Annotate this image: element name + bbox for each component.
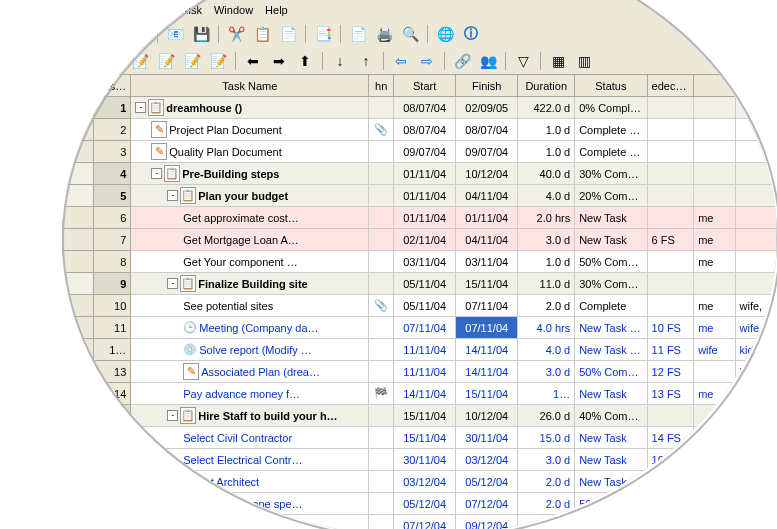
start-cell[interactable]: 07/11/04 [394, 317, 456, 339]
table-row[interactable]: Select Landscape spe…05/12/0407/12/042.0… [63, 493, 777, 515]
taskname-cell[interactable]: Select Architect [131, 471, 369, 493]
status-cell[interactable]: New Task [575, 207, 647, 229]
status-cell[interactable]: 50% Com… [575, 493, 647, 515]
pred-cell[interactable]: 10 FS [647, 317, 694, 339]
res1-cell[interactable] [694, 185, 735, 207]
duration-cell[interactable]: 2.0 d [518, 295, 575, 317]
res1-cell[interactable] [694, 449, 735, 471]
start-cell[interactable]: 08/07/04 [394, 97, 456, 119]
table-row[interactable]: 18Select Architect03/12/0405/12/042.0 dN… [63, 471, 777, 493]
table-row[interactable]: ●1-📋dreamhouse ()08/07/0402/09/05422.0 d… [63, 97, 777, 119]
tb-cols2-icon[interactable]: ▥ [573, 50, 595, 72]
start-cell[interactable]: 08/07/04 [394, 119, 456, 141]
table-row[interactable]: 3✎Quality Plan Document09/07/0409/07/041… [63, 141, 777, 163]
finish-cell[interactable]: 05/12/04 [456, 471, 518, 493]
res1-cell[interactable]: me [694, 383, 735, 405]
status-cell[interactable]: New Task [575, 383, 647, 405]
col-res1[interactable] [694, 75, 735, 97]
res1-cell[interactable] [694, 361, 735, 383]
start-cell[interactable]: 30/11/04 [394, 449, 456, 471]
res1-cell[interactable]: wife [694, 339, 735, 361]
duration-cell[interactable]: 1.0 d [518, 251, 575, 273]
duration-cell[interactable]: 11.0 d [518, 273, 575, 295]
start-cell[interactable]: 05/12/04 [394, 493, 456, 515]
pred-cell[interactable]: 6 FS [647, 229, 694, 251]
res2-cell[interactable] [735, 185, 776, 207]
tb-task4-icon[interactable]: 📝 [207, 50, 229, 72]
res1-cell[interactable]: me [694, 207, 735, 229]
res2-cell[interactable] [735, 515, 776, 530]
tb-back-icon[interactable]: ⇦ [390, 50, 412, 72]
menu-options[interactable]: Options [68, 2, 118, 18]
expand-icon[interactable]: - [135, 102, 146, 113]
duration-cell[interactable]: 1… [518, 383, 575, 405]
table-row[interactable]: 10See potential sites📎05/11/0407/11/042.… [63, 295, 777, 317]
col-pred[interactable]: edecesso [647, 75, 694, 97]
duration-cell[interactable]: 4.0 d [518, 185, 575, 207]
pred-cell[interactable] [647, 493, 694, 515]
taskname-cell[interactable]: Get Your component … [131, 251, 369, 273]
col-taskname[interactable]: Task Name [131, 75, 369, 97]
status-cell[interactable]: 40% Com… [575, 405, 647, 427]
table-row[interactable]: 16Select Civil Contractor15/11/0430/11/0… [63, 427, 777, 449]
finish-cell[interactable]: 10/12/04 [456, 163, 518, 185]
tb-down-arrow-icon[interactable]: ↓ [329, 50, 351, 72]
res2-cell[interactable] [735, 273, 776, 295]
tb-cols-icon[interactable]: ▦ [547, 50, 569, 72]
menu-help[interactable]: Help [259, 2, 294, 18]
finish-cell[interactable]: 04/11/04 [456, 229, 518, 251]
res2-cell[interactable] [735, 97, 776, 119]
table-row[interactable]: Draft contract for sig…07/12/0409/12/042… [63, 515, 777, 530]
status-cell[interactable]: New Task … [575, 317, 647, 339]
tb-copy-icon[interactable]: 📋 [251, 23, 273, 45]
pred-cell[interactable]: 13 FS [647, 383, 694, 405]
duration-cell[interactable]: 1.0 d [518, 141, 575, 163]
finish-cell[interactable]: 02/09/05 [456, 97, 518, 119]
finish-cell[interactable]: 04/11/04 [456, 185, 518, 207]
finish-cell[interactable]: 30/11/04 [456, 427, 518, 449]
duration-cell[interactable]: 15.0 d [518, 427, 575, 449]
status-cell[interactable]: Complete [575, 295, 647, 317]
status-cell[interactable]: Complete … [575, 141, 647, 163]
res2-cell[interactable] [735, 229, 776, 251]
status-cell[interactable]: New Task … [575, 339, 647, 361]
tb-save-icon[interactable]: 💾 [190, 23, 212, 45]
taskname-cell[interactable]: 💿Solve report (Modify … [131, 339, 369, 361]
status-cell[interactable]: 50% Com… [575, 251, 647, 273]
status-cell[interactable]: 20% Com… [575, 185, 647, 207]
res1-cell[interactable] [694, 141, 735, 163]
taskname-cell[interactable]: -📋Hire Staff to build your h… [131, 405, 369, 427]
finish-cell[interactable]: 15/11/04 [456, 383, 518, 405]
tb-link-icon[interactable]: 🔗 [451, 50, 473, 72]
start-cell[interactable]: 05/11/04 [394, 295, 456, 317]
tb-lock-icon[interactable]: 🔒 [129, 23, 151, 45]
res2-cell[interactable] [735, 251, 776, 273]
res2-cell[interactable] [735, 449, 776, 471]
finish-cell[interactable]: 14/11/04 [456, 361, 518, 383]
res1-cell[interactable]: me [694, 295, 735, 317]
pred-cell[interactable]: 14 FS [647, 427, 694, 449]
finish-cell[interactable]: 07/11/04 [456, 295, 518, 317]
table-row[interactable]: 6Get approximate cost…01/11/0401/11/042.… [63, 207, 777, 229]
pred-cell[interactable]: 11 FS [647, 339, 694, 361]
res2-cell[interactable]: kids [735, 339, 776, 361]
duration-cell[interactable]: 2.0 d [518, 471, 575, 493]
table-row[interactable]: !2✎Project Plan Document📎08/07/0408/07/0… [63, 119, 777, 141]
expand-icon[interactable]: - [151, 168, 162, 179]
res2-cell[interactable]: lau [735, 361, 776, 383]
status-cell[interactable]: 30% Com… [575, 163, 647, 185]
tb-folder-icon[interactable]: 📁 [68, 23, 90, 45]
tb-users-icon[interactable]: 👥 [477, 50, 499, 72]
col-hn[interactable]: hn [369, 75, 394, 97]
duration-cell[interactable]: 2.0 d [518, 493, 575, 515]
res2-cell[interactable]: wife, [735, 295, 776, 317]
table-row[interactable]: 17Select Electrical Contr…30/11/0403/12/… [63, 449, 777, 471]
menu-calendar[interactable]: Calendar [118, 2, 175, 18]
status-cell[interactable]: New Task [575, 471, 647, 493]
start-cell[interactable]: 01/11/04 [394, 185, 456, 207]
finish-cell[interactable]: 03/12/04 [456, 449, 518, 471]
res2-cell[interactable] [735, 383, 776, 405]
table-row[interactable]: 5-📋Plan your budget01/11/0404/11/044.0 d… [63, 185, 777, 207]
finish-cell[interactable]: 03/11/04 [456, 251, 518, 273]
duration-cell[interactable]: 3.0 d [518, 361, 575, 383]
